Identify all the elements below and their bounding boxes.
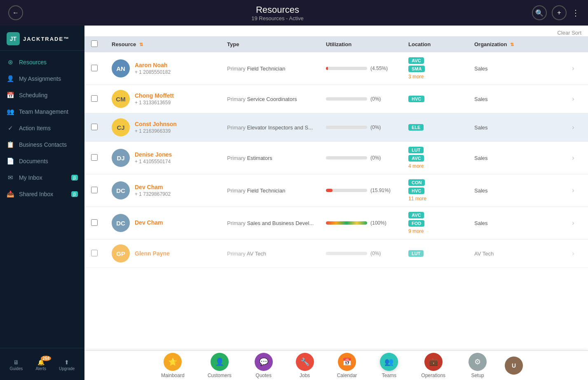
location-cell: LUT AVC 4 more (408, 147, 474, 169)
sidebar-item-documents[interactable]: 📄 Documents (0, 153, 84, 169)
page-title: Resources (251, 5, 303, 15)
select-all-checkbox[interactable] (91, 40, 98, 47)
alerts-button[interactable]: 🔔 268 Alerts (32, 357, 49, 373)
clear-sort-button[interactable]: Clear Sort (557, 30, 581, 36)
resources-table: Resource ⇅ Type Utilization Location Org… (84, 36, 588, 350)
row-checkbox[interactable] (91, 219, 98, 226)
sidebar-item-action-items[interactable]: ✓ Action Items (0, 120, 84, 136)
jobs-icon: 🔧 (296, 353, 314, 371)
sidebar-item-business-contacts[interactable]: 📋 Business Contacts (0, 136, 84, 153)
customers-icon: 👤 (211, 353, 229, 371)
add-button[interactable]: + (552, 5, 567, 20)
resource-name[interactable]: Denise Jones (135, 151, 172, 158)
nav-item-mainboard[interactable]: ⭐ Mainboard (150, 350, 196, 380)
sidebar-item-label: Team Management (19, 108, 68, 115)
sidebar-nav: ⊛ Resources 👤 My Assignments 📅 Schedulin… (0, 51, 84, 348)
type-cell: Primary Field Technician (227, 188, 326, 194)
row-checkbox[interactable] (91, 124, 98, 130)
documents-icon: 📄 (7, 157, 14, 165)
resource-name[interactable]: Const Johnson (135, 121, 177, 127)
logo-text: JACKTRADE™ (23, 36, 70, 42)
location-cell: HVC (408, 96, 474, 102)
sidebar-logo: JT JACKTRADE™ (0, 26, 84, 51)
row-expand-button[interactable]: › (565, 65, 581, 72)
more-locations[interactable]: 9 more (408, 228, 474, 234)
resource-name[interactable]: Glenn Payne (135, 250, 170, 257)
util-bar (326, 189, 367, 192)
row-expand-button[interactable]: › (565, 95, 581, 103)
row-checkbox-cell (91, 65, 112, 73)
sidebar-item-team-management[interactable]: 👥 Team Management (0, 103, 84, 120)
nav-label: Setup (471, 373, 484, 378)
sidebar-item-label: Resources (19, 59, 47, 66)
bottom-nav: ⭐ Mainboard 👤 Customers 💬 Quotes 🔧 (84, 350, 588, 380)
row-checkbox-cell (91, 219, 112, 227)
resource-name[interactable]: Chong Moffett (135, 92, 174, 99)
resource-name[interactable]: Aaron Noah (135, 62, 171, 68)
nav-label: Quotes (255, 373, 272, 378)
org-cell: Sales (474, 66, 565, 72)
avatar: DC (112, 181, 130, 199)
my-assignments-icon: 👤 (7, 75, 14, 82)
sidebar-item-label: My Assignments (19, 75, 61, 82)
location-cell: AVC FOD 9 more (408, 212, 474, 234)
sidebar-item-my-inbox[interactable]: ✉ My Inbox β (0, 169, 84, 186)
org-cell: Sales (474, 220, 565, 226)
back-button[interactable]: ← (8, 5, 23, 20)
guides-icon: 🖥 (13, 359, 19, 366)
sidebar-item-shared-inbox[interactable]: 📥 Shared Inbox β (0, 186, 84, 202)
util-fill (326, 67, 328, 70)
setup-icon: ⚙ (469, 353, 487, 371)
organization-column-header[interactable]: Organization ⇅ (474, 41, 565, 47)
nav-item-operations[interactable]: 💼 Operations (410, 350, 457, 380)
util-pct: (15.91%) (370, 188, 391, 193)
row-checkbox[interactable] (91, 65, 98, 71)
util-pct: (0%) (370, 251, 381, 256)
type-cell: Primary Service Coordinators (227, 96, 326, 102)
row-expand-button[interactable]: › (565, 219, 581, 227)
resource-cell: DC Dev Cham (112, 214, 227, 232)
more-locations[interactable]: 3 more (408, 74, 474, 80)
upgrade-label: Upgrade (59, 366, 75, 371)
row-expand-button[interactable]: › (565, 124, 581, 131)
user-avatar[interactable]: U (505, 357, 523, 375)
sidebar-item-my-assignments[interactable]: 👤 My Assignments (0, 70, 84, 87)
nav-label: Operations (421, 373, 445, 378)
more-locations[interactable]: 11 more (408, 196, 474, 202)
row-checkbox-cell (91, 124, 112, 131)
nav-item-teams[interactable]: 👥 Teams (368, 350, 410, 380)
more-locations[interactable]: 4 more (408, 163, 474, 169)
nav-item-setup[interactable]: ⚙ Setup (457, 350, 498, 380)
row-checkbox[interactable] (91, 154, 98, 161)
sidebar-item-resources[interactable]: ⊛ Resources (0, 54, 84, 70)
org-cell: Sales (474, 188, 565, 194)
nav-item-jobs[interactable]: 🔧 Jobs (284, 350, 326, 380)
sidebar-item-scheduling[interactable]: 📅 Scheduling (0, 87, 84, 103)
row-expand-button[interactable]: › (565, 250, 581, 257)
upgrade-button[interactable]: ⬆ Upgrade (56, 357, 78, 373)
calendar-icon: 📅 (338, 353, 356, 371)
nav-item-customers[interactable]: 👤 Customers (196, 350, 243, 380)
avatar: GP (112, 244, 130, 263)
table-row: AN Aaron Noah + 1 2085550182 Primary Fie… (84, 52, 588, 85)
location-badge: HVC (408, 96, 424, 102)
nav-label: Customers (208, 373, 232, 378)
search-button[interactable]: 🔍 (532, 5, 547, 20)
nav-item-quotes[interactable]: 💬 Quotes (243, 350, 284, 380)
team-management-icon: 👥 (7, 108, 14, 115)
row-checkbox[interactable] (91, 95, 98, 102)
row-expand-button[interactable]: › (565, 187, 581, 194)
resource-column-header[interactable]: Resource ⇅ (112, 41, 227, 47)
guides-button[interactable]: 🖥 Guides (7, 357, 26, 373)
logo-icon: JT (7, 32, 20, 45)
resource-name[interactable]: Dev Cham (135, 184, 171, 190)
row-checkbox[interactable] (91, 250, 98, 256)
row-checkbox[interactable] (91, 187, 98, 193)
my-inbox-badge: β (71, 175, 78, 181)
type-cell: Primary AV Tech (227, 251, 326, 257)
more-options-button[interactable]: ⋮ (572, 8, 580, 18)
nav-item-calendar[interactable]: 📅 Calendar (326, 350, 369, 380)
clear-sort-container: Clear Sort (84, 26, 588, 36)
resource-name[interactable]: Dev Cham (135, 219, 163, 226)
row-expand-button[interactable]: › (565, 154, 581, 162)
